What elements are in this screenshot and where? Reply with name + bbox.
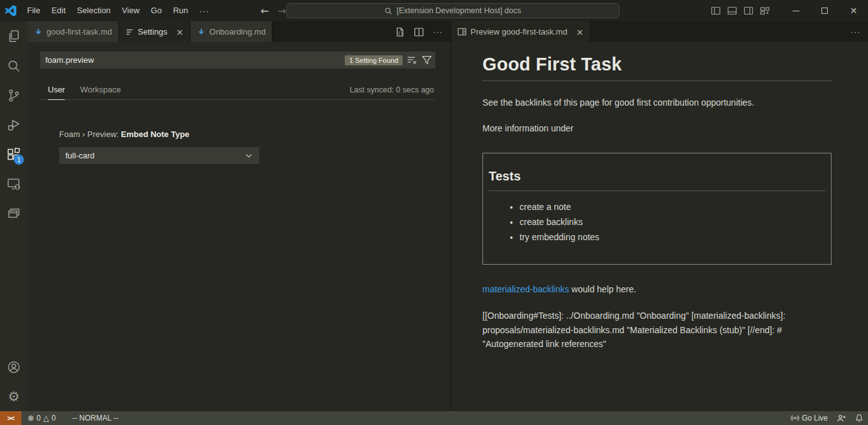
menu-edit[interactable]: Edit xyxy=(46,4,71,18)
toggle-secondary-sidebar-icon[interactable] xyxy=(743,6,754,16)
more-actions-icon[interactable]: ··· xyxy=(433,27,443,36)
menu-file[interactable]: File xyxy=(21,4,46,18)
go-live-button[interactable]: Go Live xyxy=(786,411,832,425)
settings-scope-tabs: User Workspace Last synced: 0 secs ago xyxy=(40,77,435,100)
tab-bar-left: good-first-task.md Settings × Onboarding… xyxy=(28,21,450,42)
tab-label: good-first-task.md xyxy=(47,27,112,36)
feedback-person-icon[interactable] xyxy=(832,411,850,425)
sync-status: Last synced: 0 secs ago xyxy=(350,86,435,94)
toggle-sidebar-icon[interactable] xyxy=(711,6,721,16)
menu-view[interactable]: View xyxy=(116,4,145,18)
toggle-panel-icon[interactable] xyxy=(727,6,737,16)
menu-overflow-icon[interactable]: ··· xyxy=(194,6,215,16)
preview-paragraph: See the backlinks of this page for good … xyxy=(482,97,832,108)
list-item: create a note xyxy=(520,202,825,212)
preview-paragraph: More information under xyxy=(482,123,832,133)
editor-group-preview: Preview good-first-task.md × ··· Good Fi… xyxy=(450,21,868,411)
window-minimize-button[interactable] xyxy=(781,0,810,21)
menu-run[interactable]: Run xyxy=(167,4,194,18)
activity-bar: 1 ⚙ xyxy=(0,21,28,411)
nav-back-icon[interactable]: ← xyxy=(260,5,269,17)
clear-filters-icon[interactable] xyxy=(406,55,417,65)
embedded-note-card: Tests create a note create backlinks try… xyxy=(482,153,832,265)
menu-selection[interactable]: Selection xyxy=(71,4,116,18)
tab-preview[interactable]: Preview good-first-task.md × xyxy=(451,21,591,42)
tab-label: Onboarding.md xyxy=(209,27,266,36)
warnings-icon: △ xyxy=(43,414,49,422)
embed-bullet-list: create a note create backlinks try embed… xyxy=(489,202,825,242)
chevron-down-icon xyxy=(244,151,253,160)
extensions-badge: 1 xyxy=(14,155,24,165)
extensions-icon[interactable]: 1 xyxy=(0,140,28,169)
errors-icon: ⊗ xyxy=(28,414,34,422)
scope-tab-workspace[interactable]: Workspace xyxy=(80,85,121,94)
svg-text:{}: {} xyxy=(398,30,403,35)
tab-settings[interactable]: Settings × xyxy=(119,21,191,42)
explorer-icon[interactable] xyxy=(0,21,28,51)
remote-explorer-icon[interactable] xyxy=(0,169,28,199)
more-actions-icon[interactable]: ··· xyxy=(850,27,860,36)
problems-indicator[interactable]: ⊗ 0 △ 0 xyxy=(24,411,60,425)
settings-search-value: foam.preview xyxy=(45,55,345,65)
window-maximize-button[interactable] xyxy=(810,0,839,21)
embed-heading: Tests xyxy=(489,169,825,191)
tab-bar-right: Preview good-first-task.md × ··· xyxy=(451,21,868,42)
nav-forward-icon[interactable]: → xyxy=(277,5,286,17)
tab-good-first-task[interactable]: good-first-task.md xyxy=(28,21,119,42)
filter-funnel-icon[interactable] xyxy=(421,55,432,65)
scope-tab-user[interactable]: User xyxy=(48,85,65,94)
list-item: try embedding notes xyxy=(520,232,825,242)
notifications-bell-icon[interactable] xyxy=(850,411,868,425)
command-center-search[interactable]: [Extension Development Host] docs xyxy=(286,3,620,18)
window-close-button[interactable]: ✕ xyxy=(839,0,868,21)
markdown-file-icon xyxy=(197,28,206,36)
vscode-logo-icon xyxy=(0,5,21,16)
title-bar: File Edit Selection View Go Run ··· ← → … xyxy=(0,0,868,21)
accounts-icon[interactable] xyxy=(0,352,28,382)
manage-gear-icon[interactable]: ⚙ xyxy=(0,382,28,411)
window-title: [Extension Development Host] docs xyxy=(396,6,521,15)
select-value: full-card xyxy=(65,151,94,160)
warnings-count: 0 xyxy=(52,414,56,422)
settings-search-input[interactable]: foam.preview 1 Setting Found xyxy=(40,52,435,69)
list-item: create backlinks xyxy=(520,217,825,227)
markdown-file-icon xyxy=(34,28,43,36)
split-editor-icon[interactable] xyxy=(414,27,424,37)
tab-label: Settings xyxy=(138,27,167,36)
settings-result-count: 1 Setting Found xyxy=(345,55,403,65)
tab-label: Preview good-first-task.md xyxy=(470,27,567,36)
editor-group-settings: good-first-task.md Settings × Onboarding… xyxy=(28,21,450,411)
markdown-preview-icon xyxy=(457,27,467,36)
embed-note-type-select[interactable]: full-card xyxy=(59,147,259,164)
menu-go[interactable]: Go xyxy=(145,4,167,18)
settings-list-icon xyxy=(125,28,134,36)
tab-onboarding[interactable]: Onboarding.md xyxy=(191,21,273,42)
remote-indicator[interactable]: >< xyxy=(0,411,21,425)
errors-count: 0 xyxy=(36,414,41,422)
vim-mode-indicator: -- NORMAL -- xyxy=(69,411,123,425)
run-debug-icon[interactable] xyxy=(0,110,28,140)
preview-title: Good First Task xyxy=(482,54,832,81)
broadcast-icon xyxy=(791,414,799,422)
settings-editor: foam.preview 1 Setting Found User Worksp… xyxy=(28,42,450,411)
customize-layout-icon[interactable] xyxy=(760,6,770,16)
open-settings-json-icon[interactable]: {} xyxy=(395,27,405,37)
editor-windows-icon[interactable] xyxy=(0,199,28,228)
materialized-backlinks-link[interactable]: materialized-backlinks xyxy=(482,284,569,294)
tab-close-icon[interactable]: × xyxy=(176,27,184,37)
markdown-preview-content: Good First Task See the backlinks of thi… xyxy=(451,42,868,411)
preview-paragraph: materialized-backlinks would help here. xyxy=(482,284,832,294)
link-references-text: [[Onboarding#Tests]: ../Onboarding.md "O… xyxy=(482,309,832,351)
setting-label: Foam › Preview: Embed Note Type xyxy=(59,130,259,139)
setting-row-embed-note-type: Foam › Preview: Embed Note Type full-car… xyxy=(59,130,259,164)
tab-close-icon[interactable]: × xyxy=(576,27,584,37)
status-bar: >< ⊗ 0 △ 0 -- NORMAL -- Go Live xyxy=(0,411,868,425)
search-icon[interactable] xyxy=(0,51,28,80)
search-icon xyxy=(384,7,392,15)
source-control-icon[interactable] xyxy=(0,80,28,110)
